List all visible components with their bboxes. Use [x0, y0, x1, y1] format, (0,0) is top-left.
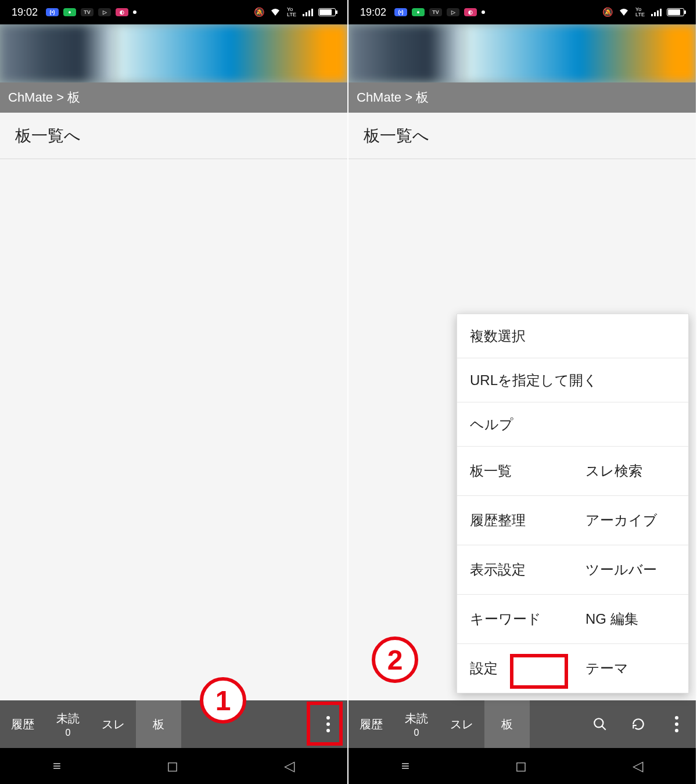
status-left: 19:02 (•) ● TV ▷ ◐ [12, 6, 136, 19]
svg-rect-1 [306, 12, 307, 16]
svg-rect-5 [654, 12, 656, 16]
search-button[interactable] [581, 700, 619, 748]
tab-thread[interactable]: スレ [91, 700, 136, 748]
annotation-step-2: 2 [372, 636, 418, 683]
more-dot-icon [482, 10, 485, 14]
content-area [0, 159, 347, 700]
app-icon: (•) [394, 8, 407, 16]
back-icon[interactable]: ◁ [284, 758, 294, 774]
wifi-icon [270, 6, 281, 18]
home-icon[interactable]: ◻ [167, 758, 178, 774]
status-time: 19:02 [360, 6, 386, 19]
tab-history[interactable]: 履歴 [0, 700, 45, 748]
app-icon: ● [412, 8, 425, 16]
overflow-menu-button[interactable] [309, 700, 347, 748]
status-right: 🔕 YoLTE [602, 6, 684, 18]
menu-item-thread-search[interactable]: スレ検索 [573, 447, 688, 496]
search-icon [592, 717, 608, 732]
list-item-label: 板一覧へ [15, 125, 81, 147]
menu-item-display-settings[interactable]: 表示設定 [457, 545, 573, 595]
list-item-board-list[interactable]: 板一覧へ [348, 113, 696, 159]
mute-icon: 🔕 [253, 6, 265, 18]
content-area: 複数選択 URLを指定して開く ヘルプ 板一覧 スレ検索 履歴整理 アーカイブ … [348, 159, 696, 700]
app-icon: TV [429, 8, 442, 16]
svg-rect-6 [657, 10, 659, 16]
status-right: 🔕 YoLTE [253, 6, 336, 18]
menu-item-ng-edit[interactable]: NG 編集 [573, 595, 688, 644]
status-left: 19:02 (•) ● TV ▷ ◐ [360, 6, 485, 19]
app-icon: ▷ [447, 8, 459, 16]
menu-item-board-list[interactable]: 板一覧 [457, 447, 573, 496]
menu-item-help[interactable]: ヘルプ [457, 402, 688, 447]
menu-item-open-url[interactable]: URLを指定して開く [457, 358, 688, 402]
list-item-board-list[interactable]: 板一覧へ [0, 113, 347, 159]
overflow-menu-button[interactable] [658, 700, 696, 748]
more-vert-icon [326, 716, 330, 732]
tab-thread[interactable]: スレ [439, 700, 484, 748]
tab-board[interactable]: 板 [136, 700, 181, 748]
app-icon: ◐ [464, 8, 477, 16]
tab-board[interactable]: 板 [484, 700, 530, 748]
menu-item-multi-select[interactable]: 複数選択 [457, 314, 688, 358]
svg-rect-2 [308, 10, 310, 16]
menu-item-archive[interactable]: アーカイブ [573, 496, 688, 545]
breadcrumb-text: ChMate > 板 [8, 89, 80, 106]
app-icon: ◐ [116, 8, 128, 16]
svg-line-9 [602, 726, 606, 730]
status-time: 19:02 [12, 6, 38, 19]
lte-icon: YoLTE [286, 6, 297, 18]
signal-icon [302, 6, 314, 18]
menu-item-settings[interactable]: 設定 [457, 644, 573, 693]
app-icon: TV [81, 8, 94, 16]
app-icon: ● [63, 8, 76, 16]
phone-left: 19:02 (•) ● TV ▷ ◐ 🔕 YoLTE ChMate > 板 板一… [0, 0, 348, 784]
breadcrumb: ChMate > 板 [348, 82, 696, 113]
breadcrumb: ChMate > 板 [0, 82, 347, 113]
bottom-tab-bar: 履歴 未読 0 スレ 板 [348, 700, 696, 748]
wifi-icon [618, 6, 630, 18]
mute-icon: 🔕 [602, 6, 613, 18]
more-vert-icon [675, 716, 678, 732]
menu-item-theme[interactable]: テーマ [573, 644, 688, 693]
android-nav-bar: ≡ ◻ ◁ [0, 748, 347, 784]
battery-icon [667, 8, 684, 16]
menu-item-keyword[interactable]: キーワード [457, 595, 573, 644]
tab-history[interactable]: 履歴 [348, 700, 394, 748]
app-icon: ▷ [98, 8, 111, 16]
android-nav-bar: ≡ ◻ ◁ [348, 748, 696, 784]
status-bar: 19:02 (•) ● TV ▷ ◐ 🔕 YoLTE [0, 0, 347, 24]
svg-rect-0 [303, 14, 304, 16]
refresh-icon [631, 717, 646, 732]
signal-icon [651, 6, 662, 18]
recent-apps-icon[interactable]: ≡ [401, 758, 409, 774]
app-icon: (•) [46, 8, 59, 16]
bottom-tab-bar: 履歴 未読 0 スレ 板 [0, 700, 347, 748]
back-icon[interactable]: ◁ [633, 758, 643, 774]
svg-rect-7 [660, 9, 662, 16]
recent-apps-icon[interactable]: ≡ [53, 758, 61, 774]
menu-item-toolbar[interactable]: ツールバー [573, 545, 688, 595]
svg-rect-4 [651, 14, 653, 16]
ad-banner[interactable] [0, 24, 347, 82]
lte-icon: YoLTE [634, 6, 646, 18]
tab-unread[interactable]: 未読 0 [394, 700, 439, 748]
ad-banner[interactable] [348, 24, 696, 82]
list-item-label: 板一覧へ [364, 125, 429, 147]
phone-right: 19:02 (•) ● TV ▷ ◐ 🔕 YoLTE ChMate > 板 板一… [348, 0, 697, 784]
battery-icon [318, 8, 336, 16]
tab-unread[interactable]: 未読 0 [45, 700, 91, 748]
overflow-menu: 複数選択 URLを指定して開く ヘルプ 板一覧 スレ検索 履歴整理 アーカイブ … [457, 314, 689, 693]
status-bar: 19:02 (•) ● TV ▷ ◐ 🔕 YoLTE [348, 0, 696, 24]
annotation-step-1: 1 [200, 677, 246, 724]
refresh-button[interactable] [619, 700, 658, 748]
home-icon[interactable]: ◻ [515, 758, 527, 774]
breadcrumb-text: ChMate > 板 [357, 89, 429, 106]
menu-item-history-cleanup[interactable]: 履歴整理 [457, 496, 573, 545]
svg-point-8 [594, 718, 603, 727]
svg-rect-3 [311, 9, 313, 16]
more-dot-icon [133, 10, 136, 14]
